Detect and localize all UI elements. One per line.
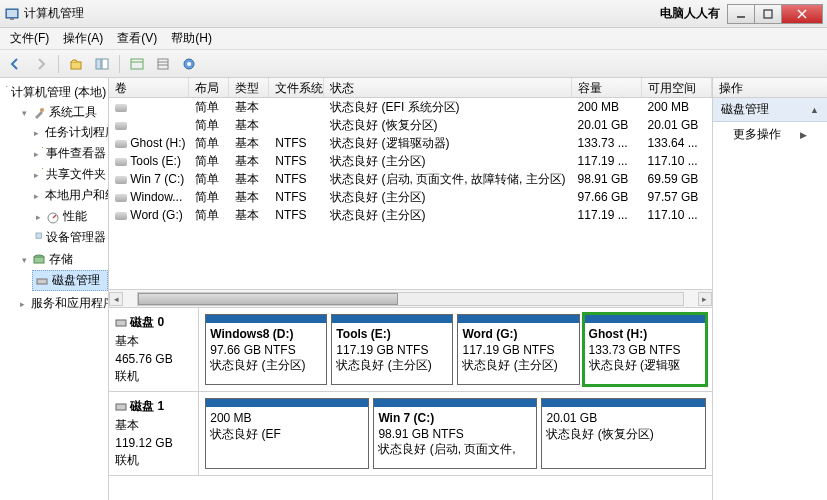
help-button[interactable] xyxy=(178,53,200,75)
titlebar: 计算机管理 电脑人人有 xyxy=(0,0,827,28)
menu-help[interactable]: 帮助(H) xyxy=(165,28,218,49)
partition-header xyxy=(332,315,452,323)
partition[interactable]: Ghost (H:)133.73 GB NTFS状态良好 (逻辑驱 xyxy=(584,314,706,385)
partition[interactable]: Windows8 (D:)97.66 GB NTFS状态良好 (主分区) xyxy=(205,314,327,385)
tree-disk-management[interactable]: 磁盘管理 xyxy=(32,270,108,291)
tree-shared-folders[interactable]: ▸共享文件夹 xyxy=(32,165,108,184)
volume-row[interactable]: Ghost (H:)简单基本NTFS状态良好 (逻辑驱动器)133.73 ...… xyxy=(109,134,711,152)
col-capacity[interactable]: 容量 xyxy=(572,78,642,97)
disk-info[interactable]: 磁盘 0基本465.76 GB联机 xyxy=(109,308,199,391)
folder-icon xyxy=(42,168,43,182)
expander-icon[interactable]: ▸ xyxy=(34,128,39,137)
volume-row[interactable]: Win 7 (C:)简单基本NTFS状态良好 (启动, 页面文件, 故障转储, … xyxy=(109,170,711,188)
app-icon xyxy=(4,6,20,22)
col-layout[interactable]: 布局 xyxy=(189,78,229,97)
partition[interactable]: Word (G:)117.19 GB NTFS状态良好 (主分区) xyxy=(457,314,579,385)
volume-row[interactable]: Tools (E:)简单基本NTFS状态良好 (主分区)117.19 ...11… xyxy=(109,152,711,170)
list-button[interactable] xyxy=(152,53,174,75)
up-button[interactable] xyxy=(65,53,87,75)
console-tree[interactable]: 计算机管理 (本地) ▾ 系统工具 ▸任务计划程序 ▸事件查看器 ▸共享文件夹 xyxy=(0,78,109,500)
center-pane: 卷 布局 类型 文件系统 状态 容量 可用空间 简单基本状态良好 (EFI 系统… xyxy=(109,78,712,500)
partition[interactable]: 20.01 GB状态良好 (恢复分区) xyxy=(541,398,705,469)
col-free[interactable]: 可用空间 xyxy=(642,78,712,97)
volume-header: 卷 布局 类型 文件系统 状态 容量 可用空间 xyxy=(109,78,711,98)
minimize-button[interactable] xyxy=(727,4,755,24)
partition-container: 200 MB状态良好 (EFWin 7 (C:)98.91 GB NTFS状态良… xyxy=(199,392,711,475)
expander-icon[interactable]: ▸ xyxy=(20,299,25,308)
tree-system-tools[interactable]: ▾ 系统工具 xyxy=(18,103,108,122)
scroll-thumb[interactable] xyxy=(138,293,398,305)
expander-icon[interactable]: ▾ xyxy=(20,108,29,117)
volume-body[interactable]: 简单基本状态良好 (EFI 系统分区)200 MB200 MB简单基本状态良好 … xyxy=(109,98,711,289)
disk-icon xyxy=(115,401,127,413)
expander-icon[interactable]: ▸ xyxy=(34,212,43,221)
partition-header xyxy=(206,399,368,407)
volume-icon xyxy=(115,122,127,130)
tree-event-viewer[interactable]: ▸事件查看器 xyxy=(32,144,108,163)
svg-rect-27 xyxy=(36,232,41,237)
disk-icon xyxy=(35,274,49,288)
actions-more-label: 更多操作 xyxy=(733,126,781,143)
tree-system-tools-label: 系统工具 xyxy=(49,104,97,121)
menu-file[interactable]: 文件(F) xyxy=(4,28,55,49)
partition-header xyxy=(542,399,704,407)
chevron-right-icon: ▶ xyxy=(800,130,807,140)
horizontal-scrollbar[interactable]: ◂ ▸ xyxy=(109,289,711,307)
expander-icon[interactable]: ▸ xyxy=(34,191,39,200)
brand-text: 电脑人人有 xyxy=(660,5,720,22)
expander-icon[interactable]: ▸ xyxy=(34,149,39,158)
show-hide-button[interactable] xyxy=(91,53,113,75)
tree-root[interactable]: 计算机管理 (本地) xyxy=(4,83,108,102)
partition[interactable]: 200 MB状态良好 (EF xyxy=(205,398,369,469)
tree-perf-label: 性能 xyxy=(63,208,87,225)
tree-device-label: 设备管理器 xyxy=(46,229,106,246)
tree-local-users[interactable]: ▸本地用户和组 xyxy=(32,186,108,205)
col-filesystem[interactable]: 文件系统 xyxy=(269,78,324,97)
partition[interactable]: Tools (E:)117.19 GB NTFS状态良好 (主分区) xyxy=(331,314,453,385)
tree-services[interactable]: ▸服务和应用程序 xyxy=(18,294,108,313)
volume-icon xyxy=(115,140,127,148)
volume-row[interactable]: Window...简单基本NTFS状态良好 (主分区)97.66 GB97.57… xyxy=(109,188,711,206)
scroll-right-button[interactable]: ▸ xyxy=(698,292,712,306)
volume-row[interactable]: 简单基本状态良好 (EFI 系统分区)200 MB200 MB xyxy=(109,98,711,116)
toolbar xyxy=(0,50,827,78)
svg-rect-9 xyxy=(102,59,108,69)
menu-action[interactable]: 操作(A) xyxy=(57,28,109,49)
actions-more[interactable]: 更多操作 ▶ xyxy=(713,122,827,147)
storage-icon xyxy=(32,253,46,267)
forward-button[interactable] xyxy=(30,53,52,75)
computer-icon xyxy=(6,86,8,100)
col-type[interactable]: 类型 xyxy=(229,78,269,97)
svg-rect-34 xyxy=(116,404,126,410)
volume-row[interactable]: Word (G:)简单基本NTFS状态良好 (主分区)117.19 ...117… xyxy=(109,206,711,224)
expander-icon[interactable]: ▸ xyxy=(34,170,39,179)
volume-list: 卷 布局 类型 文件系统 状态 容量 可用空间 简单基本状态良好 (EFI 系统… xyxy=(109,78,711,308)
svg-rect-7 xyxy=(71,62,81,69)
svg-point-19 xyxy=(40,108,44,112)
refresh-button[interactable] xyxy=(126,53,148,75)
col-status[interactable]: 状态 xyxy=(324,78,571,97)
tree-performance[interactable]: ▸性能 xyxy=(32,207,108,226)
actions-section[interactable]: 磁盘管理 ▲ xyxy=(713,98,827,122)
back-button[interactable] xyxy=(4,53,26,75)
tree-device-manager[interactable]: 设备管理器 xyxy=(32,228,108,247)
tree-shared-label: 共享文件夹 xyxy=(46,166,106,183)
tree-task-scheduler[interactable]: ▸任务计划程序 xyxy=(32,123,108,142)
expander-icon[interactable]: ▾ xyxy=(20,255,29,264)
partition[interactable]: Win 7 (C:)98.91 GB NTFS状态良好 (启动, 页面文件, xyxy=(373,398,537,469)
scroll-track[interactable] xyxy=(137,292,683,306)
graphical-view[interactable]: 磁盘 0基本465.76 GB联机Windows8 (D:)97.66 GB N… xyxy=(109,308,711,500)
disk-info[interactable]: 磁盘 1基本119.12 GB联机 xyxy=(109,392,199,475)
partition-container: Windows8 (D:)97.66 GB NTFS状态良好 (主分区)Tool… xyxy=(199,308,711,391)
maximize-button[interactable] xyxy=(754,4,782,24)
volume-row[interactable]: 简单基本状态良好 (恢复分区)20.01 GB20.01 GB xyxy=(109,116,711,134)
actions-header: 操作 xyxy=(713,78,827,98)
tree-storage[interactable]: ▾ 存储 xyxy=(18,250,108,269)
col-volume[interactable]: 卷 xyxy=(109,78,189,97)
tools-icon xyxy=(32,106,46,120)
svg-rect-10 xyxy=(131,59,143,69)
scroll-left-button[interactable]: ◂ xyxy=(109,292,123,306)
menu-view[interactable]: 查看(V) xyxy=(111,28,163,49)
close-button[interactable] xyxy=(781,4,823,24)
tree-event-viewer-label: 事件查看器 xyxy=(46,145,106,162)
